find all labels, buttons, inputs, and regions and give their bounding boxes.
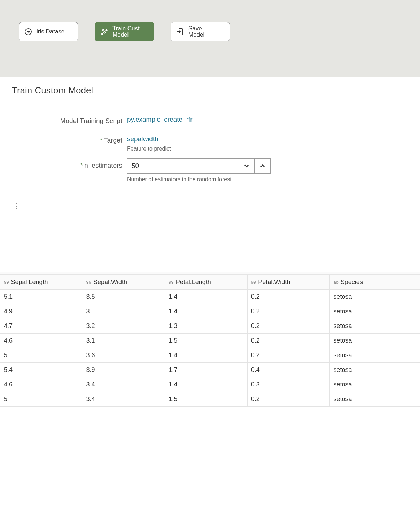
pipeline-node-label-line1: Save [188,25,204,32]
arrow-in-circle-icon [23,27,33,37]
pipeline-node-label: iris Datase... [37,28,69,35]
table-cell[interactable]: 1.5 [165,392,248,407]
data-table: 99Sepal.Length 99Sepal.Width 99Petal.Len… [0,275,420,407]
table-cell[interactable]: 0.4 [247,363,330,377]
link-target[interactable]: sepalwidth [127,135,158,143]
column-header[interactable]: 99Petal.Length [165,275,248,290]
table-cell-extra [412,363,420,377]
label-target: *Target [14,135,127,144]
table-cell-extra [412,334,420,348]
pipeline-node-label-line2: Model [188,32,204,38]
n-estimators-input[interactable] [127,158,239,174]
table-cell[interactable]: 0.2 [247,290,330,304]
pipeline-connector [78,32,95,32]
table-row[interactable]: 4.63.41.40.3setosa [0,377,420,392]
pipeline-node-label-line1: Train Cust... [112,25,145,32]
table-cell[interactable]: 1.4 [165,348,248,363]
import-box-icon [175,27,185,37]
table-cell[interactable]: 3.4 [83,392,165,407]
panel-splitter[interactable] [0,272,420,275]
table-cell[interactable]: 1.5 [165,334,248,348]
column-header[interactable]: 99Sepal.Length [0,275,83,290]
table-cell-extra [412,319,420,334]
pipeline-node-save-model[interactable]: Save Model [171,22,230,41]
column-header-extra [412,275,420,290]
column-header[interactable]: abSpecies [330,275,412,290]
table-cell[interactable]: setosa [330,348,412,363]
table-row[interactable]: 4.63.11.50.2setosa [0,334,420,348]
panel-title: Train Custom Model [12,85,93,96]
table-cell-extra [412,377,420,392]
table-cell-extra [412,290,420,304]
table-cell[interactable]: 0.2 [247,304,330,319]
link-training-script[interactable]: py.example_create_rfr [127,116,193,123]
table-cell-extra [412,392,420,407]
table-row[interactable]: 4.73.21.30.2setosa [0,319,420,334]
table-cell[interactable]: 0.2 [247,319,330,334]
table-cell[interactable]: setosa [330,319,412,334]
table-cell-extra [412,304,420,319]
table-cell[interactable]: setosa [330,363,412,377]
table-cell[interactable]: 5.1 [0,290,83,304]
table-cell[interactable]: 4.7 [0,319,83,334]
scatter-plus-icon [99,27,109,37]
pipeline-node-dataset[interactable]: iris Datase... [19,22,78,41]
table-cell[interactable]: 1.4 [165,304,248,319]
table-cell[interactable]: 1.4 [165,377,248,392]
pipeline-node-label-line2: Model [112,32,145,38]
pipeline-connector [154,32,171,32]
svg-point-3 [103,30,104,31]
table-cell[interactable]: 1.7 [165,363,248,377]
table-cell[interactable]: 4.6 [0,334,83,348]
table-row[interactable]: 5.13.51.40.2setosa [0,290,420,304]
table-row[interactable]: 53.61.40.2setosa [0,348,420,363]
table-cell[interactable]: 5 [0,392,83,407]
table-row[interactable]: 53.41.50.2setosa [0,392,420,407]
spinner-up-button[interactable] [255,158,271,174]
table-cell[interactable]: 5 [0,348,83,363]
table-header-row: 99Sepal.Length 99Sepal.Width 99Petal.Len… [0,275,420,290]
table-cell[interactable]: 5.4 [0,363,83,377]
table-cell[interactable]: 0.2 [247,334,330,348]
panel-header: Train Custom Model [0,77,420,104]
table-cell[interactable]: 3 [83,304,165,319]
svg-point-1 [101,33,102,35]
table-cell[interactable]: 3.4 [83,377,165,392]
table-cell[interactable]: 3.1 [83,334,165,348]
table-row[interactable]: 4.931.40.2setosa [0,304,420,319]
table-cell[interactable]: 3.5 [83,290,165,304]
pipeline-canvas[interactable]: iris Datase... Train Cust... Model [0,0,420,77]
table-cell[interactable]: 4.6 [0,377,83,392]
table-cell-extra [412,348,420,363]
table-row[interactable]: 5.43.91.70.4setosa [0,363,420,377]
spinner-down-button[interactable] [239,158,255,174]
pipeline-node-train-model[interactable]: Train Cust... Model [95,22,154,41]
table-cell[interactable]: 0.2 [247,348,330,363]
table-cell[interactable]: setosa [330,304,412,319]
table-cell[interactable]: 3.9 [83,363,165,377]
helper-n-estimators: Number of estimators in the random fores… [127,176,406,183]
drag-handle-icon[interactable] [15,203,17,210]
properties-form: Model Training Script py.example_create_… [0,104,420,189]
table-cell[interactable]: 1.4 [165,290,248,304]
column-header[interactable]: 99Sepal.Width [83,275,165,290]
table-cell[interactable]: 0.3 [247,377,330,392]
helper-target: Feature to predict [127,146,406,152]
table-cell[interactable]: 3.6 [83,348,165,363]
table-cell[interactable]: 4.9 [0,304,83,319]
table-cell[interactable]: setosa [330,392,412,407]
table-cell[interactable]: setosa [330,334,412,348]
table-cell[interactable]: 3.2 [83,319,165,334]
column-header[interactable]: 99Petal.Width [247,275,330,290]
svg-point-2 [104,32,105,33]
table-cell[interactable]: setosa [330,290,412,304]
label-n-estimators: *n_estimators [14,158,127,169]
table-cell[interactable]: 0.2 [247,392,330,407]
table-cell[interactable]: 1.3 [165,319,248,334]
label-model-training-script: Model Training Script [14,116,127,125]
table-cell[interactable]: setosa [330,377,412,392]
